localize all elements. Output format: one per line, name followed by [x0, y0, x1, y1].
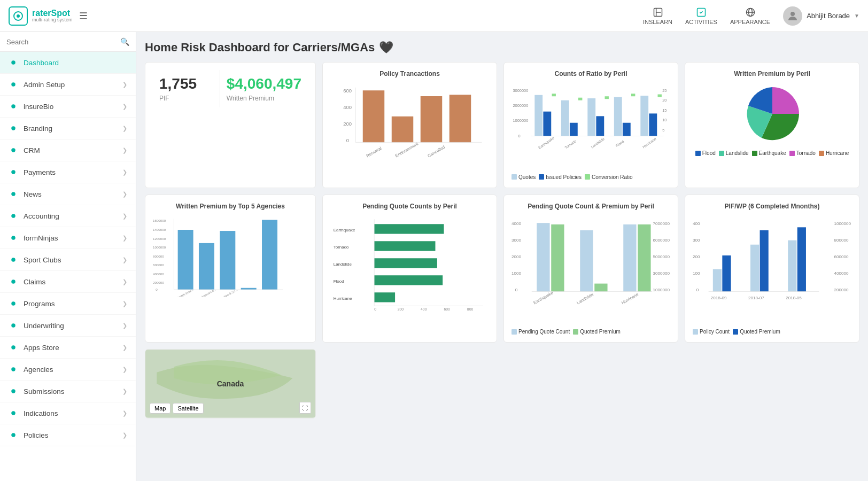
brand-name: raterSpot — [32, 9, 73, 18]
sidebar-item-left: Accounting — [9, 211, 59, 221]
svg-text:400: 400 — [693, 221, 700, 226]
svg-text:400: 400 — [421, 307, 427, 311]
map-row: Canada Map Satellite ⛶ — [145, 349, 859, 418]
svg-text:6000000: 6000000 — [653, 238, 670, 243]
svg-text:200: 200 — [398, 307, 404, 311]
sidebar-item-payments[interactable]: Payments❯ — [0, 161, 136, 183]
programs-icon — [9, 299, 18, 308]
sidebar-item-left: Payments — [9, 167, 56, 177]
hamburger-menu[interactable]: ☰ — [79, 10, 88, 22]
sidebar-item-news[interactable]: News❯ — [0, 183, 136, 205]
sidebar-item-left: News — [9, 189, 42, 199]
sidebar-item-sport-clubs[interactable]: Sport Clubs❯ — [0, 249, 136, 271]
svg-rect-82 — [220, 231, 235, 290]
sidebar-item-admin-setup[interactable]: Admin Setup❯ — [0, 74, 136, 96]
pending-quote-counts-card: Pending Quote Counts by Peril Earthquake… — [322, 195, 497, 343]
sidebar-item-dashboard[interactable]: Dashboard — [0, 52, 136, 74]
sidebar-item-left: CRM — [9, 145, 40, 155]
sidebar-item-label: Payments — [24, 168, 56, 176]
svg-text:200: 200 — [693, 254, 700, 259]
sidebar-item-branding[interactable]: Branding❯ — [0, 118, 136, 139]
svg-point-23 — [11, 345, 15, 350]
wp-top5-title: Written Premium by Top 5 Agencies — [153, 203, 308, 210]
search-icon[interactable]: 🔍 — [120, 37, 129, 46]
counts-ratio-peril-card: Counts of Ratio by Peril 3000000 2000000… — [503, 62, 678, 188]
claims-icon — [9, 277, 18, 286]
sidebar-item-agencies[interactable]: Agencies❯ — [0, 359, 136, 381]
svg-text:5000000: 5000000 — [653, 254, 670, 259]
svg-point-18 — [11, 236, 15, 240]
topnav-right: INSLEARN ACTIVITIES APPEARANCE Abhijit B… — [643, 6, 859, 26]
written-premium-peril-title: Written Premium by Peril — [693, 70, 851, 77]
svg-rect-140 — [760, 230, 769, 292]
sidebar-item-label: Admin Setup — [24, 81, 65, 89]
appearance-button[interactable]: APPEARANCE — [730, 7, 770, 25]
activities-button[interactable]: ACTIVITIES — [685, 7, 717, 25]
sidebar-item-left: Claims — [9, 277, 45, 286]
svg-text:5: 5 — [662, 128, 664, 133]
sidebar-item-label: Policies — [24, 431, 49, 439]
svg-text:2018-07: 2018-07 — [748, 296, 764, 300]
svg-text:3000000: 3000000 — [513, 88, 528, 93]
sidebar-item-crm[interactable]: CRM❯ — [0, 139, 136, 161]
svg-point-25 — [11, 389, 15, 393]
heart-icon: 🖤 — [379, 41, 393, 55]
satellite-button[interactable]: Satellite — [173, 403, 203, 414]
svg-text:Cancelled: Cancelled — [427, 145, 446, 159]
sidebar-item-policies[interactable]: Policies❯ — [0, 424, 136, 446]
form-icon — [9, 233, 18, 243]
sidebar-chevron-icon: ❯ — [122, 169, 127, 176]
sidebar-item-formninjas[interactable]: formNinjas❯ — [0, 227, 136, 249]
sidebar-item-label: Underwriting — [24, 322, 64, 330]
svg-rect-51 — [543, 112, 551, 136]
policy-transactions-card: Policy Trancactions 600 400 200 0 Renewa… — [322, 62, 497, 188]
sidebar-item-apps-store[interactable]: Apps Store❯ — [0, 337, 136, 359]
sidebar-chevron-icon: ❯ — [122, 103, 127, 110]
svg-text:Hurricane: Hurricane — [621, 292, 639, 306]
user-chevron-icon: ▼ — [854, 13, 859, 19]
sidebar-item-insurebio[interactable]: insureBio❯ — [0, 96, 136, 118]
book-icon — [653, 7, 663, 18]
inslearn-label: INSLEARN — [643, 19, 672, 25]
svg-text:400000: 400000 — [153, 272, 164, 276]
sidebar-item-accounting[interactable]: Accounting❯ — [0, 205, 136, 227]
map-button[interactable]: Map — [150, 403, 170, 414]
svg-text:25: 25 — [662, 88, 666, 93]
inslearn-button[interactable]: INSLEARN — [643, 7, 672, 25]
sidebar-item-underwriting[interactable]: Underwriting❯ — [0, 315, 136, 337]
svg-point-15 — [11, 170, 15, 174]
svg-text:Hurricane: Hurricane — [334, 296, 352, 301]
sidebar-item-claims[interactable]: Claims❯ — [0, 271, 136, 293]
svg-rect-121 — [623, 224, 636, 292]
sidebar-chevron-icon: ❯ — [122, 213, 127, 220]
user-menu[interactable]: Abhijit Borade ▼ — [783, 6, 859, 26]
written-premium-peril-card: Written Premium by Peril — [685, 62, 859, 188]
svg-rect-97 — [374, 258, 437, 268]
svg-rect-83 — [241, 288, 257, 290]
pending-quote-premium-card: Pending Quote Count & Premium by Peril 4… — [503, 195, 678, 343]
svg-rect-141 — [788, 240, 796, 291]
pif-wp-title: PIF/WP (6 Completed Mnonths) — [693, 203, 851, 210]
map-expand-button[interactable]: ⛶ — [299, 402, 311, 414]
sidebar-item-indications[interactable]: Indications❯ — [0, 402, 136, 424]
pie-chart — [740, 82, 804, 146]
svg-point-27 — [11, 433, 15, 437]
sidebar-chevron-icon: ❯ — [122, 191, 127, 198]
user-name: Abhijit Borade — [807, 12, 850, 20]
sidebar-item-submissions[interactable]: Submissions❯ — [0, 381, 136, 402]
topnav: raterSpot multi-rating system ☰ INSLEARN… — [0, 0, 868, 32]
svg-rect-99 — [374, 292, 395, 302]
wp-kpi: $4,060,497 Written Premium — [220, 70, 308, 107]
logo-text: raterSpot multi-rating system — [32, 9, 73, 23]
svg-text:20: 20 — [662, 98, 666, 103]
svg-text:0: 0 — [696, 288, 699, 292]
pending-quote-counts-chart: Earthquake Tornado Landslide Flood Hurri… — [330, 214, 489, 312]
search-input[interactable] — [6, 38, 120, 46]
svg-point-11 — [11, 82, 15, 87]
svg-rect-33 — [392, 117, 414, 143]
sidebar-item-programs[interactable]: Programs❯ — [0, 293, 136, 315]
branding-icon — [9, 123, 18, 133]
svg-text:15: 15 — [662, 108, 666, 113]
sidebar-item-left: insureBio — [9, 102, 53, 111]
sidebar-item-label: Apps Store — [24, 344, 59, 352]
